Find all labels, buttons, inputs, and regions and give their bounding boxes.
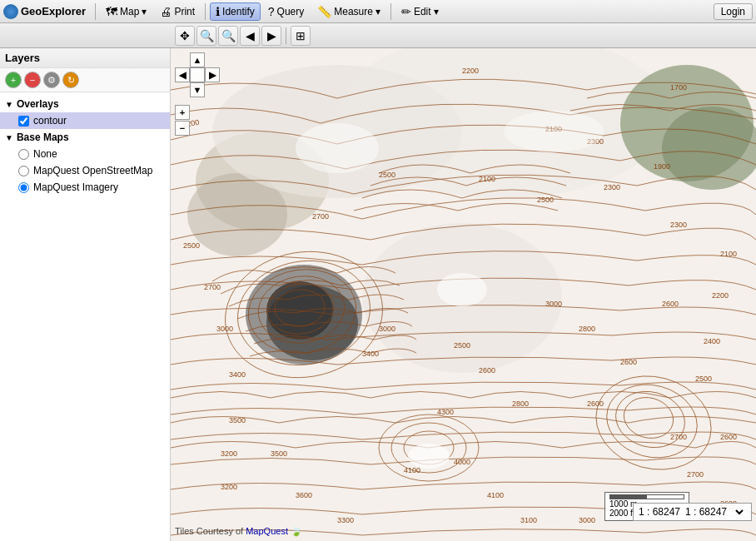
zoom-out-button[interactable]: − [175, 121, 190, 136]
svg-text:2700: 2700 [204, 283, 221, 291]
edit-icon: ✏ [401, 5, 411, 18]
svg-text:2500: 2500 [454, 341, 470, 350]
map-navigation: ▲ ◀ ▶ ▼ [175, 52, 220, 97]
sep3 [390, 3, 391, 20]
svg-point-72 [504, 111, 604, 152]
nav-left-button[interactable]: ◀ [175, 67, 190, 82]
contour-checkbox[interactable] [18, 116, 29, 127]
add-layer-button[interactable]: + [5, 72, 22, 88]
pan-tool-button[interactable]: ✥ [175, 26, 195, 46]
base-maps-group[interactable]: ▼ Base Maps [0, 129, 170, 146]
contour-layer-item[interactable]: contour [0, 112, 170, 129]
overlays-group[interactable]: ▼ Overlays [0, 96, 170, 112]
nav-up-button[interactable]: ▲ [190, 52, 205, 67]
svg-text:1900: 1900 [654, 162, 670, 171]
edit-button[interactable]: ✏ Edit ▾ [395, 2, 445, 21]
svg-text:3000: 3000 [545, 300, 562, 308]
app-brand: GeoExplorer [3, 4, 86, 19]
zoom-in-button[interactable]: + [175, 105, 190, 120]
scale-ratio-select[interactable]: 1 : 68247 1 : 50000 1 : 100000 [682, 505, 746, 519]
svg-text:2600: 2600 [662, 300, 679, 308]
query-label: Query [277, 6, 305, 17]
svg-text:2100: 2100 [479, 175, 495, 183]
mapquest-imagery-label[interactable]: MapQuest Imagery [33, 181, 118, 193]
svg-text:2200: 2200 [712, 291, 729, 300]
none-basemap-item[interactable]: None [0, 146, 170, 162]
zoom-in-tool-button[interactable]: 🔍 [196, 26, 216, 46]
mapquest-imagery-item[interactable]: MapQuest Imagery [0, 179, 170, 196]
measure-label: Measure [334, 6, 373, 17]
svg-text:2400: 2400 [704, 337, 720, 345]
svg-text:2700: 2700 [312, 212, 329, 221]
none-basemap-radio[interactable] [18, 149, 29, 160]
svg-text:1700: 1700 [670, 83, 687, 92]
contour-label[interactable]: contour [33, 115, 67, 127]
svg-text:3300: 3300 [337, 516, 354, 524]
layers-header: Layers [0, 48, 170, 68]
nav-right-button[interactable]: ▶ [205, 67, 220, 82]
second-toolbar: ✥ 🔍 🔍 ◀ ▶ ⊞ [0, 23, 756, 48]
svg-text:3400: 3400 [229, 370, 246, 379]
none-basemap-label[interactable]: None [33, 148, 57, 160]
map-button[interactable]: 🗺 Map ▾ [100, 2, 152, 21]
remove-layer-button[interactable]: − [24, 72, 41, 88]
scale-ratio: 1 : 68247 1 : 68247 1 : 50000 1 : 100000 [633, 503, 752, 521]
measure-icon: 📏 [317, 5, 331, 18]
overlays-label: Overlays [17, 98, 59, 110]
map-arrow: ▾ [142, 6, 147, 17]
svg-text:2200: 2200 [462, 67, 479, 75]
attribution-leaf-icon: 🍃 [291, 526, 302, 536]
identify-button[interactable]: ℹ Identify [210, 2, 261, 21]
nav-center [190, 67, 205, 82]
login-button[interactable]: Login [714, 3, 753, 20]
svg-text:3100: 3100 [520, 516, 537, 524]
svg-text:3400: 3400 [362, 350, 379, 358]
zoom-box-button[interactable]: ⊞ [291, 26, 311, 46]
map-area[interactable]: 2200 2200 1700 1900 2500 2700 3000 3400 … [171, 48, 756, 541]
svg-text:2600: 2600 [620, 358, 637, 366]
mapquest-osm-label[interactable]: MapQuest OpenStreetMap [33, 165, 152, 176]
app-title: GeoExplorer [21, 5, 86, 17]
query-button[interactable]: ? Query [262, 2, 310, 21]
svg-text:3000: 3000 [216, 325, 233, 333]
svg-text:4000: 4000 [454, 458, 470, 466]
scale-ratio-value: 1 : 68247 [639, 506, 680, 518]
zoom-controls: + − [175, 105, 190, 136]
attribution-link[interactable]: MapQuest [246, 526, 288, 536]
svg-text:2800: 2800 [512, 400, 529, 408]
nav-down-button[interactable]: ▼ [190, 82, 205, 97]
svg-text:3500: 3500 [229, 416, 246, 424]
svg-text:3000: 3000 [379, 325, 395, 333]
base-maps-arrow: ▼ [5, 133, 13, 142]
svg-text:2100: 2100 [720, 250, 737, 258]
map-label: Map [120, 6, 139, 17]
svg-text:2600: 2600 [479, 366, 495, 375]
svg-point-73 [408, 444, 450, 469]
svg-text:2800: 2800 [579, 325, 595, 333]
sep2 [205, 3, 206, 20]
mapquest-osm-radio[interactable] [18, 166, 29, 176]
svg-text:3500: 3500 [271, 449, 287, 458]
mapquest-imagery-radio[interactable] [18, 182, 29, 193]
svg-text:2300: 2300 [670, 221, 687, 229]
zoom-next-button[interactable]: ▶ [261, 26, 281, 46]
sep1 [95, 3, 96, 20]
zoom-out-tool-button[interactable]: 🔍 [218, 26, 238, 46]
svg-point-71 [296, 123, 379, 173]
mapquest-osm-item[interactable]: MapQuest OpenStreetMap [0, 162, 170, 179]
svg-text:3000: 3000 [579, 516, 595, 524]
top-toolbar: GeoExplorer 🗺 Map ▾ 🖨 Print ℹ Identify ?… [0, 0, 756, 23]
layer-settings-button[interactable]: ⚙ [43, 72, 60, 88]
svg-text:4300: 4300 [437, 408, 454, 416]
layers-panel: Layers + − ⚙ ↻ ▼ Overlays contour ▼ Base… [0, 48, 171, 541]
topo-map-svg: 2200 2200 1700 1900 2500 2700 3000 3400 … [171, 48, 756, 541]
layers-tree: ▼ Overlays contour ▼ Base Maps None MapQ… [0, 92, 170, 541]
measure-button[interactable]: 📏 Measure ▾ [311, 2, 386, 21]
layer-refresh-button[interactable]: ↻ [62, 72, 79, 88]
svg-point-70 [437, 273, 487, 306]
print-button[interactable]: 🖨 Print [154, 2, 201, 21]
edit-label: Edit [414, 6, 431, 17]
zoom-prev-button[interactable]: ◀ [240, 26, 260, 46]
svg-text:3200: 3200 [221, 483, 237, 491]
attribution-text: Tiles Courtesy of [175, 526, 246, 536]
